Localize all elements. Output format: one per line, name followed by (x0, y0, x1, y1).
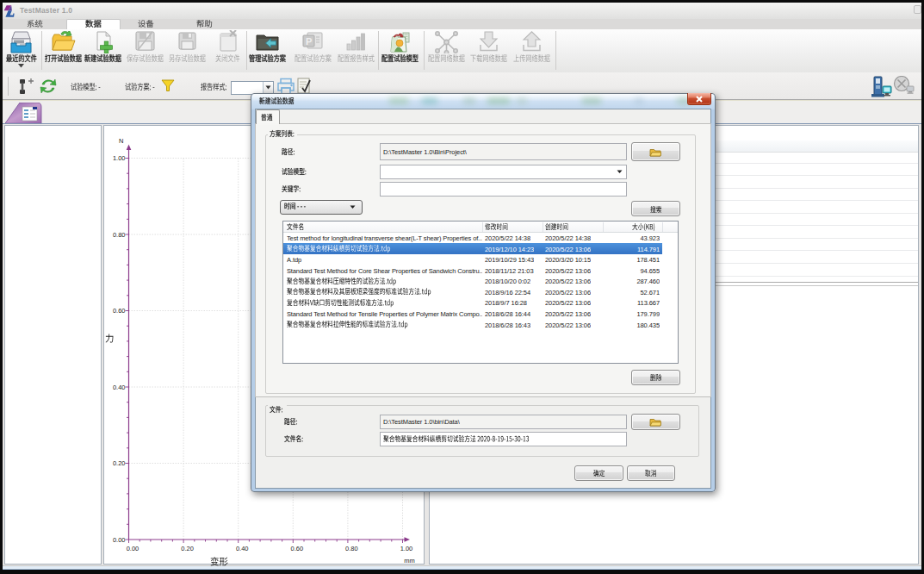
svg-text:1.00: 1.00 (400, 545, 412, 552)
svg-text:0.80: 0.80 (112, 230, 125, 238)
svg-text:0.40: 0.40 (235, 545, 248, 552)
svg-text:N: N (119, 137, 123, 145)
svg-text:0.00: 0.00 (112, 535, 125, 543)
svg-text:1.00: 1.00 (112, 154, 125, 162)
svg-text:0.80: 0.80 (345, 545, 358, 552)
svg-text:0.60: 0.60 (112, 307, 125, 315)
svg-text:P: P (306, 36, 312, 47)
svg-text:0.00: 0.00 (126, 545, 139, 552)
svg-text:0.20: 0.20 (181, 545, 194, 552)
svg-text:mm: mm (404, 557, 415, 565)
svg-text:0.60: 0.60 (290, 545, 303, 552)
svg-text:0.40: 0.40 (112, 383, 125, 390)
svg-text:0.20: 0.20 (112, 459, 125, 467)
